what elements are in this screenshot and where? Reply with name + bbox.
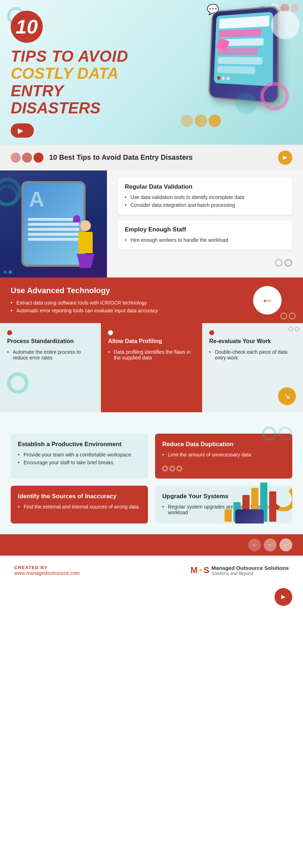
spacer: [0, 412, 303, 423]
person-skirt: [77, 254, 94, 268]
hero-line2: COSTLY DATA: [11, 65, 128, 82]
footer-left: CREATED BY www.managedoutsource.com: [14, 565, 80, 576]
bottom-row-1: Establish a Productive Environment Provi…: [11, 434, 292, 479]
list-item: Automate the entire process to reduce er…: [7, 348, 94, 362]
person-body: [78, 232, 93, 253]
deco-circles-bar: [11, 153, 43, 163]
bottom-row-2: Identify the Sources of Inaccuracy Find …: [11, 486, 292, 524]
svg-rect-0: [225, 509, 232, 522]
list-item: Hire enough workers to handle the worklo…: [125, 236, 285, 244]
scroll-btn[interactable]: ▶: [11, 123, 34, 138]
deco-circles-tech: [280, 312, 296, 320]
list-item: Data profiling identifies the flaws in t…: [108, 348, 195, 362]
col-dot-white: [108, 330, 113, 335]
cursor-icon: ▶: [18, 126, 23, 135]
person-figure: [71, 220, 100, 274]
tech-list: Extract data using software tools with I…: [11, 299, 182, 315]
list-item: Consider data integration and batch proc…: [125, 201, 285, 209]
section-bottom: Establish a Productive Environment Provi…: [0, 423, 303, 534]
card-inaccuracy-list: Find the external and internal sources o…: [18, 503, 141, 511]
right-content: Regular Data Validation Use data validat…: [107, 170, 303, 277]
hero-title-block: 10 TIPS TO AVOID COSTLY DATA ENTRY DISAS…: [11, 11, 128, 138]
deco-circles-br1: [262, 427, 292, 441]
hero-line4: DISASTERS: [11, 99, 128, 117]
bottom-row-1-container: Establish a Productive Environment Provi…: [11, 434, 292, 479]
mos-logo-group: M ✶ S Managed Outsource Solutions Soluti…: [190, 565, 289, 576]
subtitle-title: 10 Best Tips to Avoid Data Entry Disaste…: [49, 153, 193, 162]
deco-circle-right: [271, 11, 299, 39]
footer-website: www.managedoutsource.com: [14, 570, 80, 576]
section-validation: A Regular Dat: [0, 170, 303, 277]
card-dup-title: Reduce Data Duplication: [162, 441, 285, 448]
hero-line1: TIPS TO AVOID: [11, 48, 128, 65]
deco-arrow-2: ←: [264, 538, 277, 551]
tablet-letter: A: [29, 187, 44, 211]
col-reevaluate-list: Double-check each piece of data entry wo…: [209, 348, 296, 362]
footer-right: M ✶ S Managed Outsource Solutions Soluti…: [190, 565, 289, 576]
bottom-circle-icon: ►: [274, 588, 292, 606]
col-dot-reevaluate: [209, 330, 214, 335]
list-item: Find the external and internal sources o…: [18, 503, 141, 511]
col-reevaluate-title: Re-evaluate Your Work: [209, 338, 296, 344]
hero-content: 10 TIPS TO AVOID COSTLY DATA ENTRY DISAS…: [11, 11, 292, 138]
hero-line3: ENTRY: [11, 82, 128, 99]
deco-circles-bottom: [118, 259, 292, 267]
tech-title: Use Advanced Technology: [11, 286, 182, 295]
col-reevaluate: Re-evaluate Your Work Double-check each …: [202, 323, 303, 412]
deco-orange-circles: [181, 114, 221, 127]
card-inaccuracy: Identify the Sources of Inaccuracy Find …: [11, 486, 148, 524]
deco-arrow-1: ←: [248, 538, 261, 551]
card-inaccuracy-title: Identify the Sources of Inaccuracy: [18, 493, 141, 500]
list-item: Use data validation tools to identify in…: [125, 193, 285, 201]
card-staff-list: Hire enough workers to handle the worklo…: [125, 236, 285, 244]
col-dot-red: [7, 330, 12, 335]
mos-logo-icon: M ✶ S: [190, 565, 209, 575]
left-illustration: A: [0, 170, 107, 277]
deco-teal-ring: [7, 372, 29, 394]
reevaluate-arrow-icon[interactable]: ↘: [278, 387, 296, 405]
circle-3: [34, 153, 43, 163]
hero-section: ← 10 TIPS TO AVOID COSTLY DATA ENTRY DIS…: [0, 0, 303, 145]
logo-m: M: [190, 565, 197, 575]
circle-1: [11, 153, 21, 163]
col-process-list: Automate the entire process to reduce er…: [7, 348, 94, 362]
card-validation: Regular Data Validation Use data validat…: [118, 178, 292, 215]
deco-circles-rev: [288, 327, 299, 332]
mos-text: Managed Outsource Solutions Solutions an…: [211, 565, 289, 576]
card-env-list: Provide your team with a comfortable wor…: [18, 451, 141, 466]
tech-content: Use Advanced Technology Extract data usi…: [11, 286, 182, 315]
person-head: [80, 220, 91, 231]
bottom-deco-bar: ← ← ←: [0, 534, 303, 556]
col-profiling: Allow Data Profiling Data profiling iden…: [101, 323, 202, 412]
deco-dots-bottom: [4, 270, 12, 274]
phone-illustration: 💬 💬: [207, 7, 278, 100]
card-validation-list: Use data validation tools to identify in…: [125, 193, 285, 209]
footer: CREATED BY www.managedoutsource.com M ✶ …: [0, 556, 303, 584]
company-name: Managed Outsource Solutions: [211, 565, 289, 571]
section-three-cols: Process Standardization Automate the ent…: [0, 323, 303, 412]
hero-number: 10: [11, 11, 43, 43]
deco-arrows: ← ← ←: [248, 538, 292, 551]
logo-star: ✶: [198, 567, 203, 574]
list-item: Automatic error reporting tools can eval…: [11, 307, 182, 315]
col-process: Process Standardization Automate the ent…: [0, 323, 101, 412]
chart-illustration: [221, 477, 292, 524]
col-process-title: Process Standardization: [7, 338, 94, 344]
list-item: Encourage your staff to take brief break…: [18, 459, 141, 466]
logo-s: S: [204, 565, 209, 575]
tech-arrow-inner: ←: [261, 293, 274, 308]
subtitle-arrow-icon[interactable]: ►: [278, 150, 292, 165]
subtitle-bar: 10 Best Tips to Avoid Data Entry Disaste…: [0, 145, 303, 170]
card-env-title: Establish a Productive Environment: [18, 441, 141, 448]
card-dup-list: Limit the amount of unnecessary data: [162, 451, 285, 459]
list-item: Extract data using software tools with I…: [11, 299, 182, 307]
created-by-label: CREATED BY: [14, 565, 80, 570]
card-staff: Employ Enough Staff Hire enough workers …: [118, 220, 292, 250]
circle-2: [22, 153, 32, 163]
deco-arrow-3: ←: [279, 538, 292, 551]
card-productive-env: Establish a Productive Environment Provi…: [11, 434, 148, 479]
list-item: Limit the amount of unnecessary data: [162, 451, 285, 459]
card-staff-title: Employ Enough Staff: [125, 226, 285, 233]
tech-arrow-icon[interactable]: ←: [253, 286, 282, 315]
col-profiling-list: Data profiling identifies the flaws in t…: [108, 348, 195, 362]
